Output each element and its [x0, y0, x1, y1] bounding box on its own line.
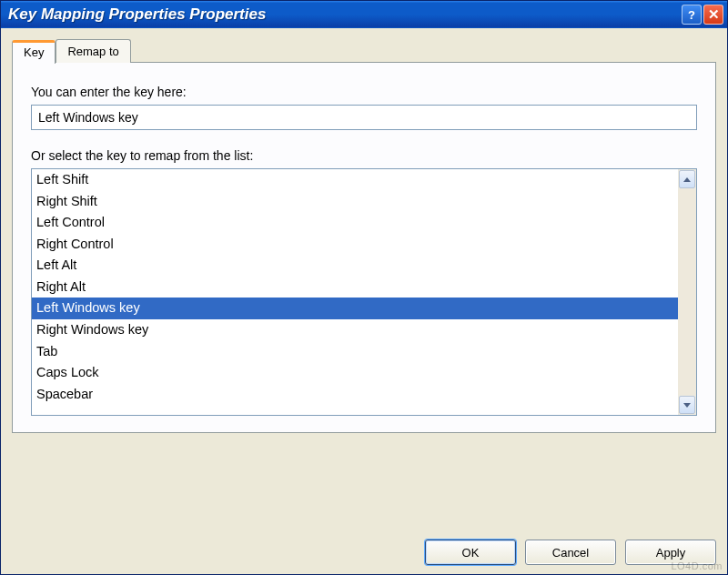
close-button[interactable]: ✕ [703, 5, 723, 25]
scroll-track[interactable] [678, 189, 696, 395]
scrollbar[interactable] [678, 169, 696, 415]
scroll-up-button[interactable] [679, 170, 695, 188]
list-item[interactable]: Spacebar [32, 384, 678, 406]
titlebar-buttons: ? ✕ [682, 5, 723, 25]
tab-panel-key: You can enter the key here: Or select th… [12, 62, 716, 433]
list-item[interactable]: Left Windows key [32, 298, 678, 319]
list-item[interactable]: Left Control [32, 212, 678, 234]
help-button[interactable]: ? [682, 5, 702, 25]
arrow-up-icon [683, 177, 691, 182]
list-item[interactable]: Right Control [32, 234, 678, 256]
question-icon: ? [688, 8, 695, 22]
tab-label: Key [24, 45, 44, 59]
tab-remap-to[interactable]: Remap to [56, 39, 130, 63]
dialog-content: Key Remap to You can enter the key here:… [1, 28, 727, 527]
list-item[interactable]: Left Alt [32, 255, 678, 277]
list-item[interactable]: Left Shift [32, 169, 678, 191]
list-item[interactable]: Right Shift [32, 191, 678, 213]
tab-label: Remap to [67, 45, 118, 58]
key-input[interactable] [31, 105, 697, 130]
watermark: LO4D.com [671, 560, 723, 571]
dialog-window: Key Mapping Properties Properties ? ✕ Ke… [0, 0, 728, 575]
key-input-label: You can enter the key here: [31, 85, 697, 99]
list-item[interactable]: Tab [32, 341, 678, 363]
list-item[interactable]: Right Alt [32, 277, 678, 298]
titlebar[interactable]: Key Mapping Properties Properties ? ✕ [1, 1, 727, 28]
key-listbox[interactable]: Left ShiftRight ShiftLeft ControlRight C… [31, 168, 697, 416]
close-icon: ✕ [708, 6, 720, 23]
tab-key[interactable]: Key [12, 40, 56, 64]
ok-button[interactable]: OK [425, 540, 516, 565]
window-title: Key Mapping Properties Properties [8, 5, 682, 24]
list-item[interactable]: Caps Lock [32, 362, 678, 384]
scroll-down-button[interactable] [679, 396, 695, 414]
key-list-label: Or select the key to remap from the list… [31, 148, 697, 163]
list-item[interactable]: Right Windows key [32, 319, 678, 341]
arrow-down-icon [683, 403, 691, 408]
cancel-button[interactable]: Cancel [525, 540, 616, 565]
button-row: OK Cancel Apply [1, 527, 727, 574]
tab-strip: Key Remap to [12, 39, 716, 63]
